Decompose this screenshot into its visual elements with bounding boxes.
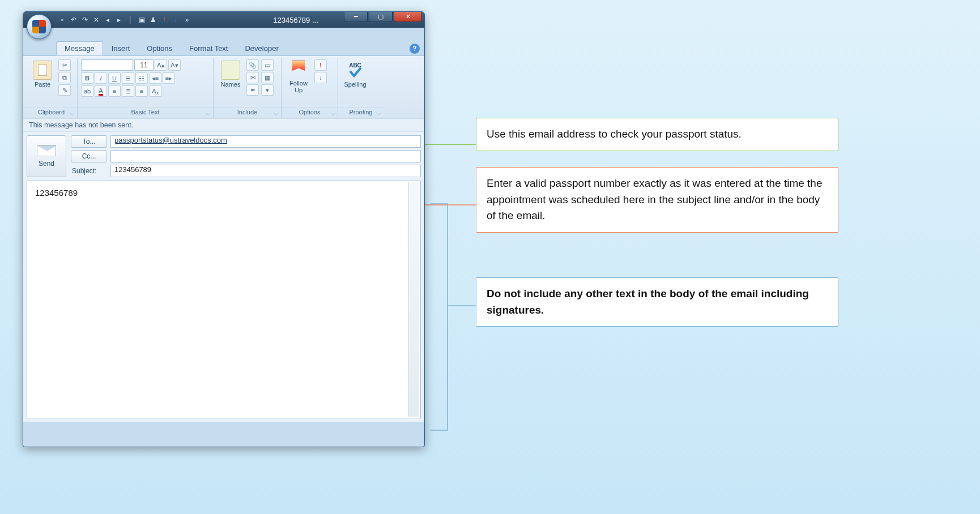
- send-button[interactable]: Send: [27, 135, 66, 177]
- numbering-icon[interactable]: ☷: [135, 72, 148, 84]
- business-card-icon[interactable]: ▭: [261, 59, 274, 71]
- tab-developer[interactable]: Developer: [236, 41, 287, 55]
- quick-access-toolbar: ▫ ↶ ↷ ✕ ◂ ▸ │ ▣ ♟ ! ↓ »: [57, 15, 192, 25]
- importance-low-icon[interactable]: ↓: [171, 15, 181, 25]
- help-icon[interactable]: ?: [410, 44, 420, 54]
- spelling-label: Spelling: [344, 81, 366, 88]
- flag-icon: [291, 61, 306, 78]
- low-importance-icon[interactable]: ↓: [314, 72, 327, 83]
- italic-icon[interactable]: I: [95, 72, 107, 84]
- spelling-button[interactable]: ABC Spelling: [342, 59, 369, 88]
- message-body[interactable]: 123456789 ▲ ▼: [27, 181, 421, 418]
- addressbook-large-icon: [221, 61, 240, 80]
- copy-icon[interactable]: ⧉: [58, 72, 71, 83]
- previous-icon[interactable]: ◂: [103, 15, 113, 25]
- scroll-thumb[interactable]: [410, 294, 418, 323]
- redo-icon[interactable]: ↷: [80, 15, 90, 25]
- highlight-icon[interactable]: ab: [81, 85, 93, 97]
- names-label: Names: [221, 81, 241, 88]
- font-size-box[interactable]: 11: [134, 59, 154, 71]
- tab-message[interactable]: Message: [56, 41, 103, 55]
- callout-no-other-text: Do not include any other text in the bod…: [476, 277, 838, 327]
- attach-item-icon[interactable]: ✉: [246, 72, 259, 83]
- envelope-icon: [37, 145, 56, 156]
- office-logo-icon: [32, 20, 46, 33]
- delete-icon[interactable]: ✕: [91, 15, 101, 25]
- followup-button[interactable]: Follow Up: [285, 59, 312, 93]
- to-field[interactable]: passportstatus@ustraveldocs.com: [110, 135, 421, 148]
- body-text: 123456789: [35, 188, 78, 198]
- align-center-icon[interactable]: ≣: [122, 85, 134, 97]
- titlebar: ▫ ↶ ↷ ✕ ◂ ▸ │ ▣ ♟ ! ↓ » 123456789 ... ━ …: [23, 12, 424, 28]
- font-family-box[interactable]: [81, 59, 133, 71]
- scroll-up-icon[interactable]: ▲: [410, 183, 418, 191]
- group-basictext-label: Basic Text: [78, 107, 213, 117]
- office-orb-button[interactable]: [27, 14, 52, 39]
- bold-icon[interactable]: B: [81, 72, 93, 84]
- increase-indent-icon[interactable]: ≡▸: [163, 72, 175, 84]
- send-label: Send: [39, 160, 54, 168]
- cc-field[interactable]: [110, 150, 421, 162]
- addressbook-icon[interactable]: ▣: [137, 15, 147, 25]
- shrink-font-icon[interactable]: A▾: [168, 59, 181, 71]
- subject-field[interactable]: 123456789: [110, 165, 421, 177]
- group-proofing-label: Proofing: [338, 107, 384, 117]
- subject-label: Subject:: [71, 167, 107, 175]
- format-painter-icon[interactable]: ✎: [58, 84, 71, 96]
- scroll-down-icon[interactable]: ▼: [410, 408, 418, 416]
- paste-label: Paste: [35, 81, 50, 88]
- attach-file-icon[interactable]: 📎: [246, 59, 259, 71]
- outlook-compose-window: ▫ ↶ ↷ ✕ ◂ ▸ │ ▣ ♟ ! ↓ » 123456789 ... ━ …: [23, 11, 425, 447]
- clipboard-icon: [33, 61, 52, 80]
- font-color-icon[interactable]: A: [95, 85, 107, 97]
- ribbon-tabs: Message Insert Options Format Text Devel…: [23, 41, 424, 56]
- spellcheck-icon: ABC: [346, 61, 365, 80]
- signature-icon[interactable]: ✒: [246, 84, 259, 96]
- permission-icon[interactable]: ♟: [148, 15, 158, 25]
- more-commands-icon[interactable]: »: [182, 15, 192, 25]
- to-button[interactable]: To...: [71, 135, 107, 148]
- align-left-icon[interactable]: ≡: [108, 85, 121, 97]
- group-options-label: Options: [282, 107, 338, 117]
- cc-button[interactable]: Cc...: [71, 150, 107, 162]
- decrease-indent-icon[interactable]: ◂≡: [149, 72, 161, 84]
- message-status-bar: This message has not been sent.: [23, 118, 424, 132]
- close-button[interactable]: ✕: [394, 12, 422, 22]
- bullets-icon[interactable]: ☰: [122, 72, 134, 84]
- next-icon[interactable]: ▸: [114, 15, 124, 25]
- minimize-button[interactable]: ━: [344, 12, 368, 22]
- undo-icon[interactable]: ↶: [69, 15, 79, 25]
- followup-label: Follow Up: [289, 80, 308, 93]
- clear-format-icon[interactable]: Aᵪ: [149, 85, 161, 97]
- calendar-icon[interactable]: ▦: [261, 72, 274, 83]
- high-importance-icon[interactable]: !: [314, 59, 327, 71]
- separator-icon: │: [125, 15, 135, 25]
- importance-high-icon[interactable]: !: [159, 15, 169, 25]
- paste-button[interactable]: Paste: [29, 59, 56, 88]
- grow-font-icon[interactable]: A▴: [155, 59, 167, 71]
- align-right-icon[interactable]: ≡: [135, 85, 148, 97]
- underline-icon[interactable]: U: [108, 72, 121, 84]
- callout-to-address: Use this email address to check your pas…: [476, 118, 838, 151]
- svg-text:ABC: ABC: [349, 62, 361, 68]
- save-icon[interactable]: ▫: [57, 15, 67, 25]
- attach-sig-icon[interactable]: ▾: [261, 84, 274, 96]
- group-clipboard-label: Clipboard: [25, 107, 77, 117]
- tab-format-text[interactable]: Format Text: [181, 41, 236, 55]
- cut-icon[interactable]: ✂: [58, 59, 71, 71]
- address-area: Send To... passportstatus@ustraveldocs.c…: [23, 132, 424, 181]
- ribbon: Paste ✂ ⧉ ✎ Clipboard 11 A▴ A▾: [23, 56, 424, 118]
- callout-passport-number: Enter a valid passport number exactly as…: [476, 167, 838, 233]
- maximize-button[interactable]: ▢: [369, 12, 393, 22]
- tab-insert[interactable]: Insert: [103, 41, 139, 55]
- tab-options[interactable]: Options: [138, 41, 181, 55]
- group-include-label: Include: [214, 107, 281, 117]
- names-button[interactable]: Names: [217, 59, 244, 88]
